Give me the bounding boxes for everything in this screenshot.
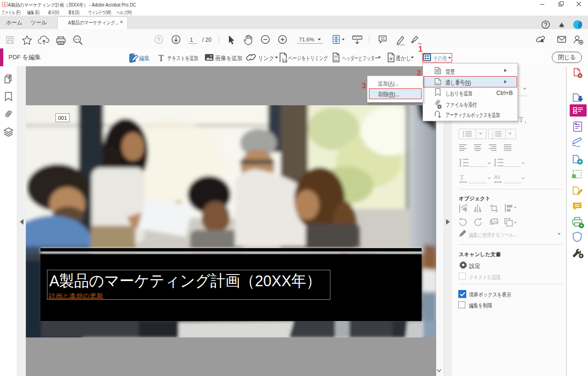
svg-text:T: T	[519, 116, 524, 124]
svg-text:A製品のマーケティング計画（20XX年）: A製品のマーケティング計画（20XX年）	[49, 272, 321, 290]
svg-text:T: T	[460, 174, 464, 181]
svg-text:71.6%: 71.6%	[299, 37, 314, 42]
svg-text:3: 3	[492, 137, 494, 140]
svg-text:AV: AV	[494, 174, 501, 180]
svg-text:1: 1	[190, 37, 193, 43]
svg-text:計画と進捗の更新: 計画と進捗の更新	[48, 292, 103, 299]
svg-text:012: 012	[436, 82, 440, 85]
svg-text:T: T	[158, 53, 164, 63]
svg-text:/ 20: / 20	[202, 37, 212, 43]
svg-text:1: 1	[525, 120, 527, 125]
svg-text:001: 001	[58, 115, 67, 121]
svg-text:A: A	[4, 2, 6, 7]
